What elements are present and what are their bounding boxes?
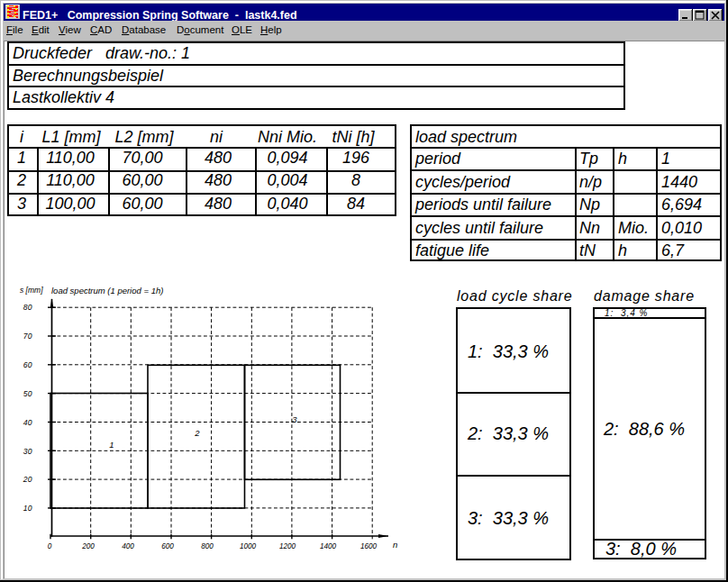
- svg-text:1200: 1200: [279, 542, 296, 550]
- svg-text:20: 20: [23, 475, 32, 484]
- svg-text:s [mm]: s [mm]: [20, 286, 43, 295]
- svg-text:0: 0: [48, 542, 52, 550]
- svg-text:80: 80: [23, 303, 32, 312]
- svg-text:3: 3: [292, 414, 297, 424]
- svg-text:10: 10: [23, 504, 32, 513]
- svg-text:1400: 1400: [320, 542, 337, 550]
- svg-text:1: 1: [109, 440, 114, 450]
- svg-text:800: 800: [201, 542, 214, 550]
- svg-text:60: 60: [23, 360, 32, 369]
- svg-text:50: 50: [23, 389, 32, 398]
- svg-text:load spectrum (1 period = 1h): load spectrum (1 period = 1h): [51, 286, 163, 296]
- svg-text:30: 30: [23, 447, 32, 456]
- svg-text:2: 2: [194, 428, 200, 438]
- svg-text:200: 200: [81, 542, 95, 550]
- svg-text:400: 400: [122, 542, 134, 550]
- svg-text:n: n: [393, 540, 397, 550]
- svg-text:1000: 1000: [240, 542, 257, 550]
- svg-text:70: 70: [23, 332, 32, 341]
- svg-text:1600: 1600: [360, 542, 378, 550]
- svg-text:40: 40: [23, 418, 32, 427]
- svg-text:600: 600: [161, 542, 174, 550]
